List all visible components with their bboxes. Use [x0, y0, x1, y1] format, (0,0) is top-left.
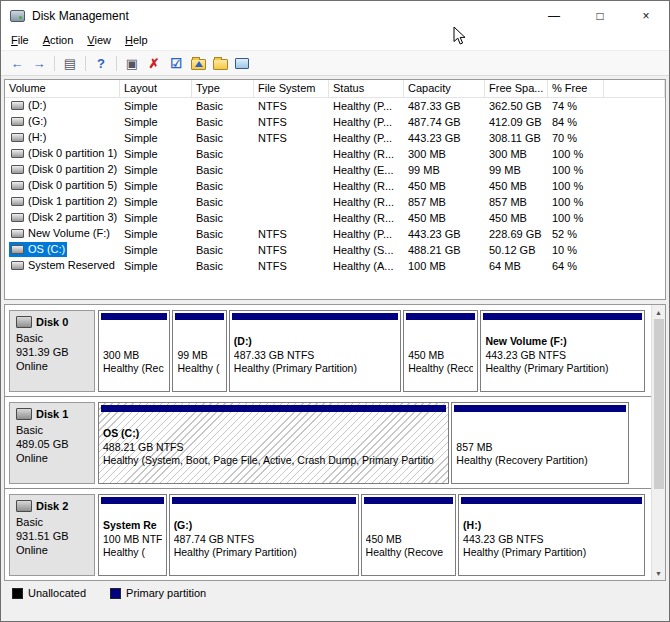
- column-header-status[interactable]: Status: [329, 80, 404, 97]
- column-header-layout[interactable]: Layout: [120, 80, 192, 97]
- volume-pct-free: 74 %: [548, 99, 604, 114]
- partition-box[interactable]: (D:)487.33 GB NTFSHealthy (Primary Parti…: [229, 310, 401, 392]
- primary-partition-bar: [454, 405, 626, 412]
- disk-type: Basic: [16, 331, 88, 345]
- minimize-button[interactable]: —: [531, 1, 577, 30]
- volume-status: Healthy (R...: [329, 195, 404, 210]
- volume-list-header: Volume Layout Type File System Status Ca…: [5, 80, 665, 98]
- disk-1-info[interactable]: Disk 1 Basic 489.05 GB Online: [9, 402, 95, 484]
- volume-type: Basic: [192, 211, 254, 226]
- partition-legend: Unallocated Primary partition: [4, 584, 666, 602]
- column-header-capacity[interactable]: Capacity: [404, 80, 485, 97]
- volume-status: Healthy (E...: [329, 163, 404, 178]
- volume-pct-free: 100 %: [548, 179, 604, 194]
- scroll-up-icon[interactable]: ▲: [652, 305, 666, 319]
- disk-2-info[interactable]: Disk 2 Basic 931.51 GB Online: [9, 494, 95, 576]
- partition-box[interactable]: 99 MBHealthy (: [172, 310, 226, 392]
- volume-capacity: 487.33 GB: [404, 99, 485, 114]
- vertical-scrollbar[interactable]: ▲ ▼: [651, 305, 665, 580]
- folder-icon[interactable]: [210, 53, 230, 73]
- volume-row[interactable]: (Disk 0 partition 1) Simple Basic Health…: [5, 146, 665, 162]
- volume-row[interactable]: (Disk 0 partition 5) Simple Basic Health…: [5, 178, 665, 194]
- toolbar-separator: [54, 56, 55, 71]
- disk-type: Basic: [16, 515, 88, 529]
- volume-type: Basic: [192, 163, 254, 178]
- menu-file[interactable]: File: [4, 32, 36, 48]
- disk-management-window: Disk Management — □ × File Action View H…: [0, 0, 670, 622]
- volume-free: 450 MB: [485, 211, 548, 226]
- console-tree-icon[interactable]: ▤: [60, 53, 80, 73]
- volume-pct-free: 100 %: [548, 163, 604, 178]
- volume-free: 308.11 GB: [485, 131, 548, 146]
- scroll-down-icon[interactable]: ▼: [652, 566, 666, 580]
- partition-box[interactable]: 450 MBHealthy (Reco: [403, 310, 478, 392]
- volume-pct-free: 52 %: [548, 227, 604, 242]
- window-icon[interactable]: ▣: [122, 53, 142, 73]
- primary-partition-bar: [101, 405, 446, 412]
- scroll-thumb[interactable]: [654, 319, 664, 489]
- menu-view[interactable]: View: [80, 32, 118, 48]
- close-button[interactable]: ×: [623, 1, 669, 30]
- primary-partition-bar: [101, 497, 164, 504]
- volume-row[interactable]: (D:) Simple Basic NTFS Healthy (P... 487…: [5, 98, 665, 114]
- volume-row[interactable]: (Disk 1 partition 2) Simple Basic Health…: [5, 194, 665, 210]
- volume-capacity: 99 MB: [404, 163, 485, 178]
- volume-icon: [11, 133, 24, 142]
- disk-drive-icon: [16, 316, 32, 328]
- volume-free: 450 MB: [485, 179, 548, 194]
- partition-box[interactable]: 450 MBHealthy (Recove: [361, 494, 457, 576]
- column-header-pct-free[interactable]: % Free: [548, 80, 604, 97]
- checklist-icon[interactable]: ☑: [166, 53, 186, 73]
- volume-free: 99 MB: [485, 163, 548, 178]
- column-header-volume[interactable]: Volume: [5, 80, 120, 97]
- column-header-type[interactable]: Type: [192, 80, 254, 97]
- volume-name: (D:): [28, 98, 46, 113]
- volume-icon: [11, 149, 24, 158]
- disk-2-row: Disk 2 Basic 931.51 GB Online System Re1…: [5, 489, 665, 581]
- volume-layout: Simple: [120, 131, 192, 146]
- volume-capacity: 857 MB: [404, 195, 485, 210]
- column-header-free-space[interactable]: Free Spa...: [485, 80, 548, 97]
- forward-icon[interactable]: →: [29, 53, 49, 73]
- partition-box[interactable]: System Re100 MB NTFHealthy (: [98, 494, 167, 576]
- volume-row[interactable]: New Volume (F:) Simple Basic NTFS Health…: [5, 226, 665, 242]
- maximize-button[interactable]: □: [577, 1, 623, 30]
- primary-partition-bar: [461, 497, 642, 504]
- partition-box[interactable]: (G:)487.74 GB NTFSHealthy (Primary Parti…: [169, 494, 359, 576]
- volume-pct-free: 100 %: [548, 195, 604, 210]
- help-icon[interactable]: ?: [91, 53, 111, 73]
- column-header-filler: [604, 80, 665, 97]
- disk-graph-pane: Disk 0 Basic 931.39 GB Online 300 MBHeal…: [4, 304, 666, 581]
- screen-icon[interactable]: [232, 53, 252, 73]
- column-header-file-system[interactable]: File System: [254, 80, 329, 97]
- partition-box[interactable]: New Volume (F:)443.23 GB NTFSHealthy (Pr…: [480, 310, 645, 392]
- disk-0-info[interactable]: Disk 0 Basic 931.39 GB Online: [9, 310, 95, 392]
- partition-box[interactable]: 857 MBHealthy (Recovery Partition): [451, 402, 629, 484]
- partition-box[interactable]: 300 MBHealthy (Rec: [98, 310, 170, 392]
- volume-type: Basic: [192, 131, 254, 146]
- disk-1-row: Disk 1 Basic 489.05 GB Online OS (C:)488…: [5, 397, 665, 489]
- disk-size: 931.39 GB: [16, 345, 88, 359]
- delete-icon[interactable]: ✗: [144, 53, 164, 73]
- volume-row[interactable]: (G:) Simple Basic NTFS Healthy (P... 487…: [5, 114, 665, 130]
- partition-box-selected[interactable]: OS (C:)488.21 GB NTFSHealthy (System, Bo…: [98, 402, 449, 484]
- volume-row-selected[interactable]: OS (C:) Simple Basic NTFS Healthy (S... …: [5, 242, 665, 258]
- volume-pct-free: 64 %: [548, 259, 604, 274]
- volume-row[interactable]: (H:) Simple Basic NTFS Healthy (P... 443…: [5, 130, 665, 146]
- volume-icon: [11, 165, 24, 174]
- menu-help[interactable]: Help: [118, 32, 155, 48]
- volume-name: (Disk 0 partition 1): [28, 146, 117, 161]
- disk-2-partitions: System Re100 MB NTFHealthy ( (G:)487.74 …: [98, 494, 647, 576]
- menu-action[interactable]: Action: [36, 32, 81, 48]
- back-icon[interactable]: ←: [7, 53, 27, 73]
- volume-row[interactable]: System Reserved Simple Basic NTFS Health…: [5, 258, 665, 274]
- volume-row[interactable]: (Disk 2 partition 3) Simple Basic Health…: [5, 210, 665, 226]
- partition-box[interactable]: (H:)443.23 GB NTFSHealthy (Primary Parti…: [458, 494, 645, 576]
- disk-type: Basic: [16, 423, 88, 437]
- volume-icon: [11, 181, 24, 190]
- folder-up-icon[interactable]: [188, 53, 208, 73]
- window-controls: — □ ×: [531, 1, 669, 30]
- volume-row[interactable]: (Disk 0 partition 2) Simple Basic Health…: [5, 162, 665, 178]
- disk-size: 931.51 GB: [16, 529, 88, 543]
- legend-unallocated: Unallocated: [12, 587, 86, 599]
